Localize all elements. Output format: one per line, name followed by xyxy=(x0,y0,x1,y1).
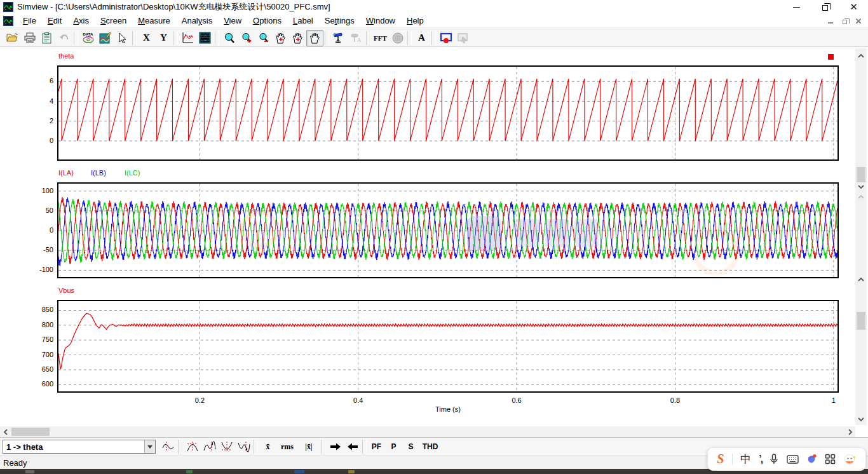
select-pointer-button[interactable] xyxy=(114,30,131,46)
menu-file[interactable]: File xyxy=(17,15,42,27)
capture-screen-button[interactable] xyxy=(437,30,454,46)
scrollbar-thumb[interactable] xyxy=(857,167,865,182)
zoom-out-button[interactable] xyxy=(255,30,272,46)
toolbar-separator xyxy=(173,31,178,45)
child-restore-button[interactable] xyxy=(837,15,851,27)
restore-button[interactable] xyxy=(811,0,839,14)
scroll-right-button[interactable] xyxy=(844,426,855,437)
menu-axis[interactable]: Axis xyxy=(67,15,95,27)
combo-dropdown-button[interactable] xyxy=(144,440,155,453)
close-button[interactable]: ✕ xyxy=(839,0,868,14)
chart-canvas xyxy=(58,301,837,391)
scroll-down-icon[interactable] xyxy=(857,416,865,423)
current-plot[interactable] xyxy=(57,182,839,278)
measure-cursor-icon xyxy=(161,440,175,453)
rms-button[interactable]: rms xyxy=(276,439,298,454)
taskbar-item[interactable] xyxy=(186,470,193,473)
ime-keyboard-button[interactable] xyxy=(787,451,799,468)
next-point-button[interactable] xyxy=(327,439,344,454)
annotate-button[interactable]: A xyxy=(348,30,365,46)
measure-cursor-button[interactable] xyxy=(159,439,177,454)
real-power-button[interactable]: P xyxy=(385,439,402,454)
taskbar-item[interactable] xyxy=(348,470,355,473)
scrollbar-thumb[interactable] xyxy=(11,428,50,436)
ime-separator xyxy=(732,454,733,465)
prev-point-button[interactable] xyxy=(344,439,361,454)
child-window-icon[interactable] xyxy=(3,16,13,26)
paste-button[interactable] xyxy=(38,30,55,46)
vertical-scrollbar[interactable] xyxy=(855,48,867,425)
trace-select-combo[interactable]: 1 -> theta xyxy=(3,440,156,454)
vbus-plot[interactable] xyxy=(57,300,839,393)
open-button[interactable] xyxy=(4,30,21,46)
replot-button[interactable] xyxy=(179,30,196,46)
print-button[interactable] xyxy=(21,30,38,46)
pan-y-button[interactable] xyxy=(289,30,306,46)
title-bar[interactable]: Simview - [C:\Users\Administrator\Deskto… xyxy=(0,0,868,14)
global-min-button[interactable] xyxy=(218,439,235,454)
scroll-up-icon[interactable] xyxy=(857,53,865,59)
measure-button[interactable] xyxy=(330,30,348,46)
menu-analysis[interactable]: Analysis xyxy=(176,15,218,27)
taskbar-item[interactable] xyxy=(25,470,34,473)
scrollbar-thumb[interactable] xyxy=(857,312,865,330)
scroll-down-icon[interactable] xyxy=(857,184,865,190)
local-min-button[interactable] xyxy=(235,439,252,454)
taskbar-item[interactable] xyxy=(294,470,304,473)
undo-button[interactable] xyxy=(55,30,72,46)
apparent-power-button[interactable]: S xyxy=(402,439,419,454)
ime-toolbox-button[interactable] xyxy=(825,451,836,468)
menu-bar: FileEditAxisScreenMeasureAnalysisViewOpt… xyxy=(0,14,868,28)
menu-measure[interactable]: Measure xyxy=(132,15,176,27)
menu-view[interactable]: View xyxy=(218,15,247,27)
theta-plot[interactable] xyxy=(57,65,839,161)
zoom-button[interactable] xyxy=(220,30,238,46)
ime-punctuation-button[interactable]: ’, xyxy=(759,451,762,468)
menu-screen[interactable]: Screen xyxy=(95,15,132,27)
pan-button[interactable] xyxy=(306,30,323,46)
ime-emoji-button[interactable] xyxy=(844,451,857,468)
global-max-button[interactable] xyxy=(184,439,201,454)
chevron-down-icon xyxy=(147,445,153,449)
menu-help[interactable]: Help xyxy=(401,15,430,27)
ime-logo-button[interactable]: S xyxy=(717,451,724,468)
fft-button[interactable]: FFT xyxy=(372,30,389,46)
ime-language-button[interactable]: 中 xyxy=(740,451,751,468)
local-max-icon xyxy=(203,440,217,453)
child-minimize-button[interactable] xyxy=(824,15,837,27)
local-max-button[interactable] xyxy=(201,439,218,454)
zoom-in-button[interactable] xyxy=(238,30,255,46)
child-close-button[interactable]: ✕ xyxy=(851,15,865,27)
active-taskbar-item[interactable] xyxy=(380,469,433,474)
view-data-button[interactable]: DATA xyxy=(79,30,97,46)
screens-button[interactable] xyxy=(196,30,214,46)
thd-button[interactable]: THD xyxy=(419,439,441,454)
horizontal-scrollbar[interactable] xyxy=(0,426,855,437)
x-axis-button[interactable]: X xyxy=(138,30,155,46)
ime-voice-button[interactable] xyxy=(770,451,778,468)
clipboard-icon xyxy=(42,32,51,44)
y-tick-label: 100 xyxy=(3,187,53,194)
text-label-button[interactable]: A xyxy=(413,30,430,46)
scroll-left-button[interactable] xyxy=(0,426,11,437)
menu-label[interactable]: Label xyxy=(287,15,319,27)
abs-mean-button[interactable]: |x̄| xyxy=(298,439,320,454)
pan-x-button[interactable] xyxy=(272,30,289,46)
power-factor-button[interactable]: PF xyxy=(368,439,385,454)
minimize-button[interactable] xyxy=(782,0,811,14)
edit-curves-icon xyxy=(99,32,111,44)
scroll-up-icon[interactable] xyxy=(857,194,865,200)
edit-curves-button[interactable] xyxy=(97,30,114,46)
plot1-title: theta xyxy=(58,52,74,60)
menu-options[interactable]: Options xyxy=(247,15,287,27)
scroll-up-icon[interactable] xyxy=(857,276,865,283)
menu-settings[interactable]: Settings xyxy=(319,15,360,27)
menu-window[interactable]: Window xyxy=(360,15,401,27)
next-screen-button[interactable] xyxy=(454,30,471,46)
mesh-button[interactable] xyxy=(389,30,406,46)
y-axis-button[interactable]: Y xyxy=(155,30,172,46)
mean-button[interactable]: x̄ xyxy=(259,439,276,454)
menu-edit[interactable]: Edit xyxy=(42,15,67,27)
y-tick-label: 50 xyxy=(3,207,53,214)
ime-skin-button[interactable] xyxy=(806,451,817,468)
